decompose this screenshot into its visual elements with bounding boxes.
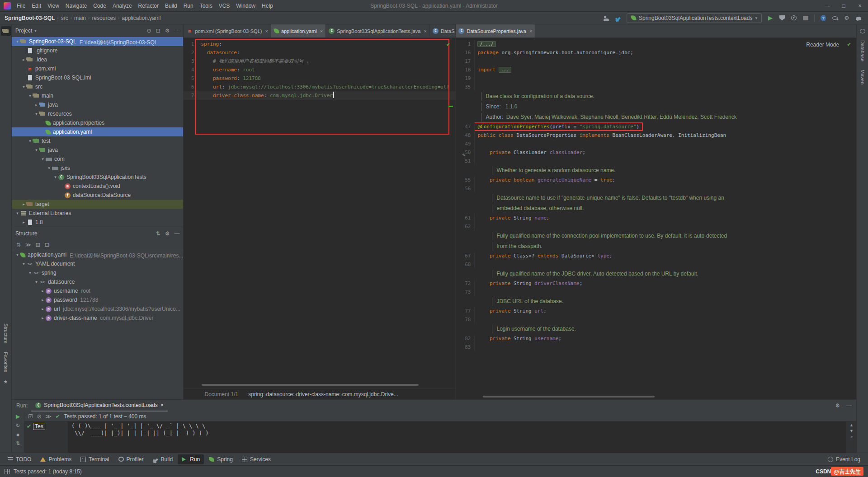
stripe-button-favorites[interactable]: Favorites	[3, 348, 9, 376]
horizontal-scrollbar[interactable]	[483, 396, 655, 398]
structure-tree-item[interactable]: ▸pdriver-class-namecom.mysql.jdbc.Driver	[12, 313, 183, 323]
project-tree-item[interactable]: ▸target	[12, 200, 183, 209]
coverage-button[interactable]	[777, 13, 787, 23]
toolwindow-spring[interactable]: Spring	[205, 454, 237, 464]
sort-alpha-icon[interactable]: ⇅	[16, 242, 21, 248]
project-tree-item[interactable]: .gitignore	[12, 46, 183, 55]
chevron-down-icon[interactable]: ▾	[27, 271, 33, 275]
project-tree-item[interactable]: ▾test	[12, 136, 183, 145]
sort-icon[interactable]: ⇅	[156, 230, 160, 237]
chevron-down-icon[interactable]: ▾	[14, 253, 20, 257]
project-tree-item[interactable]: ▾SpringBoot-03-SQLE:\Ideal源码\SpringBoot-…	[12, 37, 183, 46]
editor-breadcrumb-item[interactable]: driver-class-name:	[296, 391, 341, 398]
menu-window[interactable]: Window	[233, 1, 259, 11]
toolwindow-problems[interactable]: Problems	[36, 454, 75, 464]
user-icon[interactable]	[601, 13, 611, 23]
run-console[interactable]: ( ( )\___ | '_ | '_| | '_ \/ _` | \ \ \ …	[68, 421, 846, 453]
editor-tab[interactable]: CDataS▾	[430, 24, 456, 37]
chevron-down-icon[interactable]: ▾	[33, 148, 39, 152]
project-tree-item[interactable]: ▸.idea	[12, 55, 183, 64]
editor-tab[interactable]: CDataSourceProperties.java×	[456, 24, 535, 37]
chevron-right-icon[interactable]: ▸	[21, 202, 27, 206]
editor-breadcrumb-item[interactable]: datasource:	[266, 391, 295, 398]
more-icon[interactable]: »	[850, 435, 853, 439]
toolwindow-run[interactable]: Run	[178, 454, 204, 464]
structure-tree-item[interactable]: ▸ppassword121788	[12, 295, 183, 304]
chevron-down-icon[interactable]: ▾	[14, 39, 20, 44]
database-icon[interactable]	[858, 26, 868, 36]
menu-code[interactable]: Code	[90, 1, 109, 11]
profiler-button[interactable]	[789, 13, 799, 23]
stripe-button-project[interactable]	[1, 26, 11, 36]
toolwindow-todo[interactable]: TODO	[4, 454, 35, 464]
group-icon[interactable]: ⊞	[36, 242, 40, 248]
chevron-right-icon[interactable]: ▸	[21, 57, 27, 62]
chevron-down-icon[interactable]: ▾	[52, 175, 58, 179]
run-button[interactable]: ▶	[765, 13, 775, 23]
menu-file[interactable]: File	[14, 1, 28, 11]
run-configuration-select[interactable]: SpringBoot03SqlApplicationTests.contextL…	[627, 13, 762, 23]
build-hammer-icon[interactable]	[613, 13, 623, 23]
close-tab-icon[interactable]: ×	[529, 28, 532, 34]
sort-icon[interactable]: ⇅	[16, 440, 20, 446]
chevron-right-icon[interactable]: ▸	[40, 307, 46, 311]
scroll-down-icon[interactable]: ▼	[849, 429, 854, 433]
chevron-down-icon[interactable]: ▾	[46, 166, 52, 170]
scroll-up-icon[interactable]: ▲	[849, 423, 854, 427]
minimize-button[interactable]: —	[819, 1, 835, 11]
structure-tree-item[interactable]: ▾<>spring	[12, 268, 183, 277]
chevron-down-icon[interactable]: ▾	[27, 94, 33, 98]
menu-run[interactable]: Run	[180, 1, 197, 11]
run-tab[interactable]: C SpringBoot03SqlApplicationTests.contex…	[31, 400, 168, 412]
editor-breadcrumb-item[interactable]: spring:	[248, 391, 264, 398]
hide-panel-icon[interactable]: —	[846, 402, 852, 409]
stop-button[interactable]	[801, 13, 811, 23]
chevron-down-icon[interactable]: ▾	[34, 28, 37, 33]
hide-panel-icon[interactable]: —	[174, 230, 179, 237]
project-tree-item[interactable]: mpom.xml	[12, 64, 183, 73]
menu-tools[interactable]: Tools	[197, 1, 216, 11]
editor-tab[interactable]: CSpringBoot03SqlApplicationTests.java×	[326, 24, 430, 37]
chevron-down-icon[interactable]: ▾	[33, 280, 39, 284]
window-layout-icon[interactable]	[5, 469, 10, 474]
project-tree-item[interactable]: ▾com	[12, 154, 183, 164]
test-tree-item[interactable]: ✔ Tes	[27, 423, 65, 430]
reader-mode-toggle[interactable]: Reader Mode	[806, 42, 839, 48]
project-tree-item[interactable]: ▾java	[12, 145, 183, 154]
close-tab-icon[interactable]: ×	[160, 402, 164, 408]
project-tree-item[interactable]: ▸java	[12, 100, 183, 109]
stripe-button-database[interactable]: Database	[860, 36, 865, 65]
notifications-button[interactable]	[854, 13, 863, 23]
breadcrumb-item[interactable]: application.yaml	[122, 15, 160, 21]
collapse-icon[interactable]: ⊟	[45, 242, 49, 248]
editor-breadcrumb-item[interactable]: com.mysql.jdbc.Drive...	[342, 391, 398, 398]
close-button[interactable]: ×	[852, 1, 868, 11]
toolwindow-profiler[interactable]: Profiler	[114, 454, 148, 464]
editor-tab[interactable]: mpom.xml (SpringBoot-03-SQL)×	[184, 24, 271, 37]
favorites-star-icon[interactable]: ★	[4, 379, 8, 385]
menu-edit[interactable]: Edit	[28, 1, 44, 11]
chevron-down-icon[interactable]: ▾	[14, 211, 20, 215]
project-tree-item[interactable]: ▾CSpringBoot03SqlApplicationTests	[12, 173, 183, 182]
menu-navigate[interactable]: Navigate	[62, 1, 90, 11]
project-tree-item[interactable]: ▾resources	[12, 109, 183, 118]
project-tree-item[interactable]: application.properties	[12, 118, 183, 127]
breadcrumb-item[interactable]: src	[61, 15, 68, 21]
yaml-editor[interactable]: 1spring:2 datasource:3 # 我们这里用户名和密码都不需要双…	[184, 38, 455, 388]
structure-tree-item[interactable]: ▸purljdbc:mysql://localhost:3306/mybatis…	[12, 304, 183, 313]
settings-button[interactable]: ⚙	[842, 13, 852, 23]
editor-tab[interactable]: application.yaml×	[271, 24, 326, 37]
rerun-button[interactable]: ▶	[16, 413, 20, 420]
project-tree-item[interactable]: ▸1.8	[12, 218, 183, 227]
project-tree-item[interactable]: ▾src	[12, 82, 183, 91]
menu-view[interactable]: View	[44, 1, 62, 11]
horizontal-scrollbar[interactable]	[202, 384, 419, 386]
close-tab-icon[interactable]: ×	[424, 28, 426, 34]
toolwindow-build[interactable]: Build	[149, 454, 177, 464]
chevron-down-icon[interactable]: ▾	[21, 262, 27, 266]
maximize-button[interactable]: □	[835, 1, 852, 11]
toolwindow-event-log[interactable]: Event Log	[824, 454, 864, 464]
chevron-down-icon[interactable]: ▾	[33, 112, 39, 116]
toolwindow-services[interactable]: Services	[238, 454, 275, 464]
stop-icon[interactable]: ■	[16, 432, 19, 437]
